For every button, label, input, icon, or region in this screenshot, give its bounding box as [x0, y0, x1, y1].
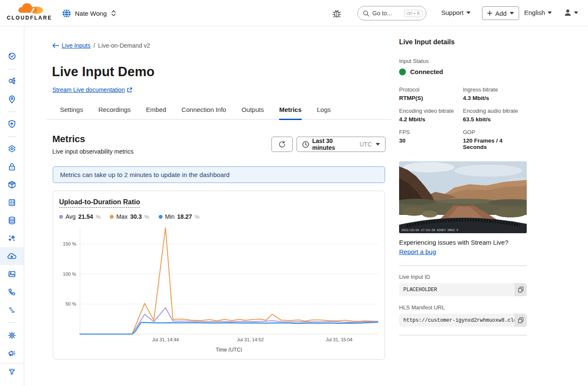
- sidebar-item-stream[interactable]: [0, 247, 24, 265]
- stream-cloud-play-icon: [7, 252, 17, 261]
- detail-label: GOP: [463, 129, 527, 135]
- detail-value: RTMP(S): [399, 95, 463, 101]
- support-label: Support: [441, 9, 464, 16]
- external-link-icon: [127, 87, 132, 93]
- time-range-value: Last 30 minutes: [312, 137, 357, 151]
- sidebar-item-storage[interactable]: [0, 194, 24, 212]
- globe-icon: [62, 9, 71, 18]
- user-menu[interactable]: [564, 9, 578, 17]
- language-menu[interactable]: English: [524, 9, 552, 16]
- legend-name: Max: [116, 213, 127, 220]
- breadcrumb-back-label: Live Inputs: [62, 42, 91, 49]
- traffic-icon: [7, 76, 17, 86]
- legend-name: Min: [165, 213, 175, 220]
- legend-unit: %: [96, 214, 101, 220]
- lock-icon: [7, 162, 17, 172]
- breadcrumb-separator: /: [94, 42, 95, 49]
- global-search-input[interactable]: Go to... ctrl + K: [357, 6, 426, 20]
- report-bug-icon[interactable]: [331, 8, 342, 20]
- tab-settings[interactable]: Settings: [60, 106, 83, 119]
- video-still: 2021/10/20 17:54:29 AIKEY DROZ F: [399, 161, 527, 233]
- support-menu[interactable]: Support: [441, 9, 471, 16]
- svg-text:Jul 31, 15:04: Jul 31, 15:04: [326, 337, 353, 342]
- tab-outputs[interactable]: Outputs: [242, 106, 264, 119]
- time-travel-icon: [7, 51, 17, 61]
- cloudflare-cloud-icon: [18, 2, 48, 14]
- plus-icon: [487, 11, 492, 16]
- sidebar-item-funnel[interactable]: [0, 362, 24, 380]
- live-input-id-field: PLACEHOLDER: [399, 283, 527, 296]
- sidebar-item-ssl[interactable]: [0, 158, 24, 176]
- panel-divider: [399, 335, 527, 335]
- funnel-icon: [7, 366, 17, 376]
- refresh-button[interactable]: [271, 137, 293, 152]
- details-grid: Protocol RTMP(S) Ingress bitrate 4.3 Mbi…: [399, 86, 527, 150]
- refresh-icon: [278, 140, 286, 148]
- images-icon: [7, 269, 17, 279]
- tab-connection-info[interactable]: Connection Info: [182, 106, 226, 119]
- sidebar-item-images[interactable]: [0, 265, 24, 283]
- tab-logs[interactable]: Logs: [317, 106, 331, 119]
- copy-hls-url-button[interactable]: [514, 314, 527, 327]
- cloudflare-logo[interactable]: CLOUDFLARE: [7, 2, 54, 21]
- legend-item-max[interactable]: Max 30.3 %: [110, 213, 149, 220]
- live-preview-thumbnail[interactable]: 2021/10/20 17:54:29 AIKEY DROZ F: [399, 161, 527, 233]
- sidebar-item-queues[interactable]: [0, 301, 24, 319]
- search-shortcut-kbd: ctrl + K: [404, 10, 422, 17]
- sidebar-item-notifications[interactable]: [0, 344, 24, 362]
- chevron-down-icon: [466, 11, 471, 14]
- details-title: Live Input details: [399, 38, 527, 46]
- clock-icon: [302, 141, 309, 148]
- page-title: Live Input Demo: [52, 64, 154, 80]
- svg-text:100 %: 100 %: [63, 272, 76, 277]
- sidebar-item-settings[interactable]: [0, 326, 24, 344]
- sidebar-item-workers[interactable]: [0, 176, 24, 194]
- add-button[interactable]: Add: [482, 6, 519, 20]
- video-timestamp-overlay: 2021/10/20 17:54:29 AIKEY DROZ F: [401, 229, 458, 232]
- tab-metrics[interactable]: Metrics: [279, 106, 302, 120]
- tab-recordings[interactable]: Recordings: [98, 106, 131, 119]
- breadcrumb-back-link[interactable]: Live Inputs: [52, 42, 91, 49]
- report-bug-link[interactable]: Report a bug: [399, 248, 436, 255]
- sidebar-item-layers[interactable]: [0, 140, 24, 158]
- sidebar-item-ai[interactable]: [0, 229, 24, 247]
- sidebar-item-map-pin[interactable]: [0, 91, 24, 109]
- account-switcher[interactable]: Nate Wong: [62, 6, 117, 20]
- chart-card: Upload-to-Duration Ratio Avg 21.54 % Max…: [53, 191, 385, 360]
- phone-icon: [7, 287, 17, 297]
- search-placeholder: Go to...: [372, 10, 401, 17]
- detail-value: 4.3 Mbit/s: [463, 95, 527, 101]
- sidebar-item-traffic[interactable]: [0, 72, 24, 90]
- legend-value: 18.27: [177, 213, 192, 220]
- detail-fps: FPS 30: [399, 129, 463, 150]
- legend-dot-avg: [59, 215, 63, 219]
- sidebar-item-database[interactable]: [0, 212, 24, 229]
- sidebar-item-time-travel[interactable]: [0, 47, 24, 65]
- tab-embed[interactable]: Embed: [146, 106, 166, 119]
- sidebar-item-calls[interactable]: [0, 283, 24, 301]
- detail-value: 120 Frames / 4 Seconds: [463, 137, 527, 150]
- hls-manifest-url-field: https://customer-igynxd2rwhmuoxw8.cloudf: [399, 314, 527, 327]
- detail-gop: GOP 120 Frames / 4 Seconds: [463, 129, 527, 150]
- breadcrumb-current: Live-on-Demand v2: [98, 42, 150, 49]
- documentation-link-label: Stream Live documentation: [52, 86, 125, 93]
- gantt-bars-icon: [7, 305, 17, 315]
- chart-title[interactable]: Upload-to-Duration Ratio: [59, 198, 140, 208]
- cloudflare-wordmark: CLOUDFLARE: [7, 15, 54, 21]
- time-range-dropdown[interactable]: Last 30 minutes UTC: [297, 137, 385, 152]
- search-icon: [363, 10, 369, 17]
- documentation-link[interactable]: Stream Live documentation: [52, 86, 132, 93]
- sidebar-item-security[interactable]: [0, 115, 24, 133]
- copy-live-input-id-button[interactable]: [514, 283, 527, 296]
- legend-item-min[interactable]: Min 18.27 %: [159, 213, 200, 220]
- legend-unit: %: [194, 214, 200, 220]
- sidebar-divider: [8, 112, 16, 112]
- legend-item-avg[interactable]: Avg 21.54 %: [59, 213, 100, 220]
- svg-text:Time (UTC): Time (UTC): [216, 347, 242, 352]
- status-row: Connected: [399, 68, 527, 75]
- detail-label: Encoding video bitrate: [399, 108, 463, 114]
- top-header: CLOUDFLARE Nate Wong: [0, 0, 588, 26]
- svg-text:Jul 31, 14:44: Jul 31, 14:44: [152, 337, 179, 342]
- sort-chevrons-icon: [111, 9, 117, 17]
- legend-name: Avg: [66, 213, 76, 220]
